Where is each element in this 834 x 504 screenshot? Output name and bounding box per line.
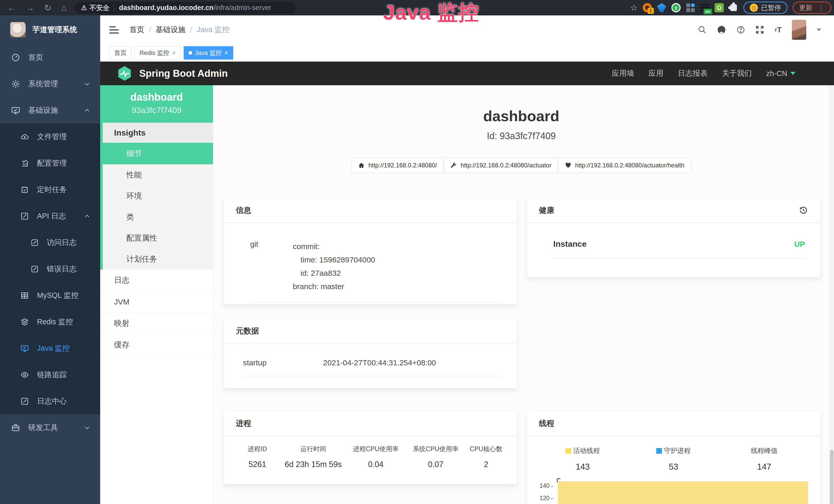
sba-nav-journal[interactable]: 日志报表: [678, 68, 708, 78]
app-title: 芋道管理系统: [32, 25, 77, 35]
sba-side-item-logs[interactable]: 日志: [100, 270, 213, 291]
breadcrumb-infra[interactable]: 基础设施: [156, 25, 185, 35]
github-icon[interactable]: [717, 25, 726, 35]
val-cpu-cores: 2: [466, 460, 506, 469]
extension-grid-icon[interactable]: [686, 3, 695, 12]
sync-paused-pill[interactable]: ☺ 已暂停: [743, 2, 788, 14]
tab-redis-monitor[interactable]: Redis 监控 ×: [135, 46, 180, 60]
extension-key-icon[interactable]: [715, 3, 724, 12]
health-instance-row[interactable]: Instance UP: [553, 239, 805, 258]
infra-submenu: 文件管理 配置管理 定时任务 API 日志 访问日志 错误日志: [0, 123, 100, 414]
extension-green-icon[interactable]: y: [672, 3, 681, 12]
sidebar-item-java-monitor[interactable]: Java 监控: [0, 335, 100, 362]
help-icon[interactable]: [737, 25, 745, 34]
heart-icon: [565, 162, 571, 169]
peak-threads-value: 147: [719, 462, 810, 472]
reload-icon[interactable]: ↻: [44, 3, 52, 13]
sba-nav-applications[interactable]: 应用: [649, 68, 663, 78]
sidebar-item-log-center[interactable]: 日志中心: [0, 388, 100, 414]
on-badge: on: [704, 9, 712, 15]
insights-item-config-props[interactable]: 配置属性: [103, 228, 213, 249]
user-menu-caret-icon[interactable]: [816, 28, 821, 31]
paused-label: 已暂停: [761, 3, 781, 12]
breadcrumb-home[interactable]: 首页: [129, 25, 144, 35]
sba-side-item-caches[interactable]: 缓存: [100, 334, 213, 356]
back-icon[interactable]: ←: [7, 3, 16, 13]
extension-blue-icon[interactable]: [657, 3, 666, 12]
forward-icon[interactable]: →: [26, 3, 35, 13]
tab-java-monitor[interactable]: Java 监控 ×: [184, 46, 233, 60]
update-label: 更新: [799, 3, 812, 12]
extension-list-icon[interactable]: on: [700, 3, 709, 12]
process-table: 进程ID 运行时间 进程CPU使用率 系统CPU使用率 CPU核心数 5261 …: [234, 445, 506, 469]
insights-item-classes[interactable]: 类: [103, 206, 213, 228]
address-bar[interactable]: ⚠ 不安全 dashboard.yudao.iocoder.cn/infra/a…: [74, 2, 295, 14]
sidebar-item-config-manage[interactable]: 配置管理: [0, 150, 100, 176]
health-card: 健康 Instance UP: [527, 198, 820, 277]
url-text: dashboard.yudao.iocoder.cn/infra/admin-s…: [119, 4, 271, 12]
sidebar-item-error-logs[interactable]: 错误日志: [0, 256, 100, 282]
col-uptime: 运行时间: [281, 445, 346, 460]
tab-home[interactable]: 首页: [109, 46, 132, 60]
insights-item-scheduled-tasks[interactable]: 计划任务: [103, 249, 213, 270]
browser-menu-icon[interactable]: ⋮: [817, 3, 825, 12]
sidebar-item-file-manage[interactable]: 文件管理: [0, 123, 100, 150]
insights-item-details[interactable]: 细节: [103, 143, 213, 164]
status-badge: UP: [794, 240, 805, 249]
fullscreen-icon[interactable]: [755, 25, 764, 34]
font-size-icon[interactable]: тT: [774, 25, 782, 34]
user-avatar[interactable]: [792, 20, 806, 40]
sidebar-item-dev-tools[interactable]: 研发工具: [0, 414, 100, 441]
update-button[interactable]: 更新 ⋮: [793, 2, 831, 14]
sidebar-item-infra[interactable]: 基础设施: [0, 97, 100, 123]
sba-side-item-jvm[interactable]: JVM: [100, 291, 213, 313]
home-icon: [358, 162, 365, 169]
threads-card-title: 线程: [527, 411, 820, 436]
sidebar-item-home[interactable]: 首页: [0, 44, 100, 71]
search-icon[interactable]: [698, 25, 707, 34]
sidebar-item-access-logs[interactable]: 访问日志: [0, 229, 100, 256]
insights-item-environment[interactable]: 环境: [103, 185, 213, 206]
hamburger-icon[interactable]: [109, 26, 119, 33]
process-card-title: 进程: [224, 411, 517, 436]
sba-brand[interactable]: Spring Boot Admin: [117, 66, 228, 82]
close-icon[interactable]: ×: [224, 49, 228, 57]
breadcrumb-current: Java 监控: [197, 25, 229, 35]
sidebar-item-api-logs[interactable]: API 日志: [0, 203, 100, 229]
sidebar-item-redis-monitor[interactable]: Redis 监控: [0, 308, 100, 335]
briefcase-icon: [11, 423, 20, 432]
sba-language-select[interactable]: zh-CN: [766, 69, 795, 78]
sba-nav-about[interactable]: 关于我们: [722, 68, 752, 78]
log-edit-icon: [21, 397, 29, 406]
table-icon: [21, 292, 29, 300]
browser-home-icon[interactable]: ⌂: [61, 3, 67, 13]
cloud-upload-icon: [21, 133, 29, 141]
insights-item-metrics[interactable]: 性能: [103, 164, 213, 185]
sidebar-item-tracing[interactable]: 链路追踪: [0, 362, 100, 388]
profile-emoji-icon: ☺: [750, 4, 758, 12]
close-icon[interactable]: ×: [172, 49, 176, 57]
extensions-puzzle-icon[interactable]: [729, 3, 738, 12]
log-edit-icon: [31, 265, 39, 273]
sidebar-item-mysql-monitor[interactable]: MySQL 监控: [0, 282, 100, 308]
ytick-120: 120: [537, 495, 553, 502]
process-table-header-row: 进程ID 运行时间 进程CPU使用率 系统CPU使用率 CPU核心数: [234, 445, 506, 460]
sidebar-item-system[interactable]: 系统管理: [0, 71, 100, 97]
service-url-button[interactable]: http://192.168.0.2:48080/: [352, 158, 443, 173]
metadata-startup-row: startup 2021-04-27T00:44:31.254+08:00: [243, 359, 501, 376]
history-icon[interactable]: [799, 206, 808, 215]
val-process-cpu: 0.04: [346, 460, 406, 469]
layers-icon: [21, 318, 29, 326]
health-url-button[interactable]: http://192.168.0.2:48080/actuator/health: [558, 158, 691, 173]
sidebar-item-scheduled-jobs[interactable]: 定时任务: [0, 176, 100, 203]
sba-side-item-mappings[interactable]: 映射: [100, 313, 213, 334]
scrollbar[interactable]: [829, 85, 834, 504]
sba-nav-wallboard[interactable]: 应用墙: [612, 68, 634, 78]
insights-group: Insights 细节 性能 环境 类 配置属性 计划任务: [100, 123, 213, 270]
live-threads-area: [558, 481, 808, 504]
extension-orange-icon[interactable]: 1: [643, 3, 652, 12]
scrollbar-thumb[interactable]: [830, 450, 833, 504]
bookmark-star-icon[interactable]: ☆: [630, 3, 637, 13]
app-logo-row[interactable]: 芋道管理系统: [0, 16, 100, 44]
actuator-url-button[interactable]: http://192.168.0.2:48080/actuator: [444, 158, 558, 173]
